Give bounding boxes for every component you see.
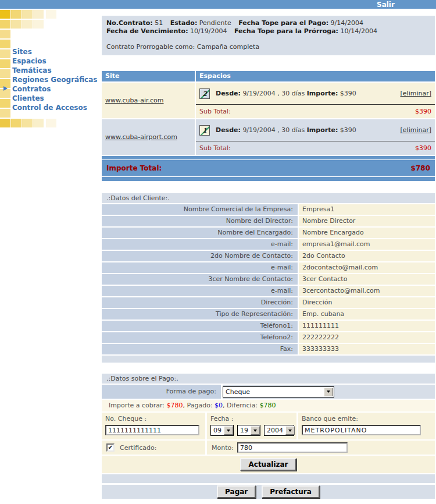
importe-total-row: Importe Total: $780 [102, 156, 435, 181]
client-row: Nombre del Director:Nombre Director [102, 216, 435, 226]
sidebar-item-contratos[interactable]: Contratos [12, 84, 97, 94]
espacio-detail: Desde: 9/19/2004 , 30 días Importe: $390 [216, 90, 356, 97]
eliminar-link[interactable]: [eliminar] [401, 126, 431, 134]
fecha-month-select[interactable]: 09 [210, 425, 234, 436]
diferencia-value: $780 [260, 402, 276, 409]
footer-spacer [102, 474, 435, 483]
client-row: Tipo de Representación:Emp. cubana [102, 309, 435, 320]
certificado-checkbox[interactable]: ✔ [106, 443, 115, 452]
sidebar-item-espacios[interactable]: Espacios [12, 56, 97, 66]
payment-section: .:Datos sobre el Pago:. Forma de pago: C… [102, 374, 435, 473]
importe-total-label: Importe Total: [106, 164, 162, 172]
contract-summary-line1: No.Contrato: 51 Estado: Pendiente Fecha … [106, 19, 430, 27]
chevron-down-icon [251, 426, 260, 435]
client-row: e-mail:2docontacto@mail.com [102, 262, 435, 273]
active-item-arrow-icon [3, 86, 8, 91]
fecha-day-select[interactable]: 19 [237, 425, 260, 436]
pagado-value: $0 [215, 402, 223, 409]
payment-method-row: Forma de pago: Cheque [102, 385, 435, 399]
monto-label: Monto: [212, 444, 234, 452]
espacio-stat-icon[interactable]: 1 [199, 125, 210, 136]
eliminar-link[interactable]: [eliminar] [401, 90, 431, 97]
table-row: www.cuba-airport.com 1 Desde: 9/19/2004 … [102, 119, 435, 155]
chevron-down-icon [324, 388, 333, 396]
sidebar-menu: Sites Espacios Temáticas Regiones Geográ… [12, 47, 97, 112]
client-row: Nombre del Encargado:Nombre Encargado [102, 228, 435, 238]
site-link[interactable]: www.cuba-air.com [105, 97, 164, 104]
client-row: e-mail:3cercontacto@mail.com [102, 286, 435, 296]
certificado-label: Certificado: [120, 444, 156, 452]
client-row: 2do Nombre de Contacto:2do Contacto [102, 251, 435, 261]
top-bar: Salir [0, 0, 436, 9]
subtotal-row: Sub Total: $390 [196, 105, 435, 118]
logout-link[interactable]: Salir [377, 1, 395, 9]
sites-table: Site Espacios www.cuba-air.com 2 Desde: … [102, 71, 435, 181]
payment-method-select[interactable]: Cheque [223, 386, 334, 397]
actualizar-button[interactable]: Actualizar [240, 458, 296, 471]
column-header-espacios: Espacios [196, 71, 435, 81]
contract-summary: No.Contrato: 51 Estado: Pendiente Fecha … [102, 16, 435, 55]
table-row: www.cuba-air.com 2 Desde: 9/19/2004 , 30… [102, 83, 435, 118]
pagar-button[interactable]: Pagar [217, 485, 256, 498]
sidebar-item-clientes[interactable]: Clientes [12, 94, 97, 103]
sidebar-item-sites[interactable]: Sites [12, 47, 97, 56]
column-header-site: Site [102, 71, 195, 81]
client-section-title: .:Datos del Cliente:. [102, 193, 435, 203]
payment-method-label: Forma de pago: [102, 385, 221, 399]
site-link[interactable]: www.cuba-airport.com [105, 133, 177, 141]
client-row: e-mail:empresa1@mail.com [102, 239, 435, 250]
subtotal-row: Sub Total: $390 [196, 141, 435, 155]
fecha-year-select[interactable]: 2004 [264, 425, 294, 436]
banco-input[interactable] [302, 425, 421, 435]
monto-input[interactable] [237, 442, 348, 453]
sidebar-item-tematicas[interactable]: Temáticas [12, 66, 97, 75]
client-row: Nombre Comercial de la Empresa:Empresa1 [102, 204, 435, 215]
footer-actions: Pagar Prefactura [102, 485, 435, 499]
client-row: Fax:333333333 [102, 344, 435, 354]
payment-fields-row: No. Cheque : Fecha : 09 19 2004 [102, 413, 435, 439]
main-content: No.Contrato: 51 Estado: Pendiente Fecha … [102, 16, 435, 499]
espacio-detail: Desde: 9/19/2004 , 30 días Importe: $390 [216, 126, 356, 134]
contract-prorrogable-line: Contrato Prorrogable como: Campaña compl… [106, 43, 430, 51]
chevron-down-icon [285, 426, 295, 435]
cheque-number-input[interactable] [105, 425, 199, 435]
chevron-down-icon [224, 426, 233, 435]
prefactura-button[interactable]: Prefactura [262, 485, 320, 498]
client-section-footer [102, 356, 435, 363]
payment-fields-row2: ✔ Certificado: Monto: [102, 441, 435, 455]
client-row: 3cer Nombre de Contacto:3cer Contacto [102, 274, 435, 285]
importe-total-value: $780 [411, 164, 430, 172]
payment-section-title: .:Datos sobre el Pago:. [102, 374, 435, 384]
fecha-label: Fecha : [210, 415, 293, 423]
contract-summary-line2: Fecha de Vencimiento: 10/19/2004 Fecha T… [106, 27, 430, 36]
sidebar-item-control-de-accesos[interactable]: Control de Accesos [12, 103, 97, 112]
importe-a-cobrar-value: $780 [167, 402, 183, 409]
payment-summary: Importe a cobrar: $780, Pagado: $0, Dife… [102, 400, 435, 411]
sites-table-header: Site Espacios [102, 71, 435, 81]
banco-label: Banco que emite: [302, 415, 431, 423]
sidebar-item-regiones-geograficas[interactable]: Regiones Geográficas [12, 75, 97, 84]
payment-actions: Actualizar [102, 456, 435, 473]
espacio-stat-icon[interactable]: 2 [199, 88, 210, 99]
client-data-section: .:Datos del Cliente:. Nombre Comercial d… [102, 193, 435, 363]
client-row: Dirección:Dirección [102, 297, 435, 308]
client-row: Teléfono2:222222222 [102, 332, 435, 343]
cheque-number-label: No. Cheque : [105, 415, 202, 423]
client-row: Teléfono1:111111111 [102, 321, 435, 331]
